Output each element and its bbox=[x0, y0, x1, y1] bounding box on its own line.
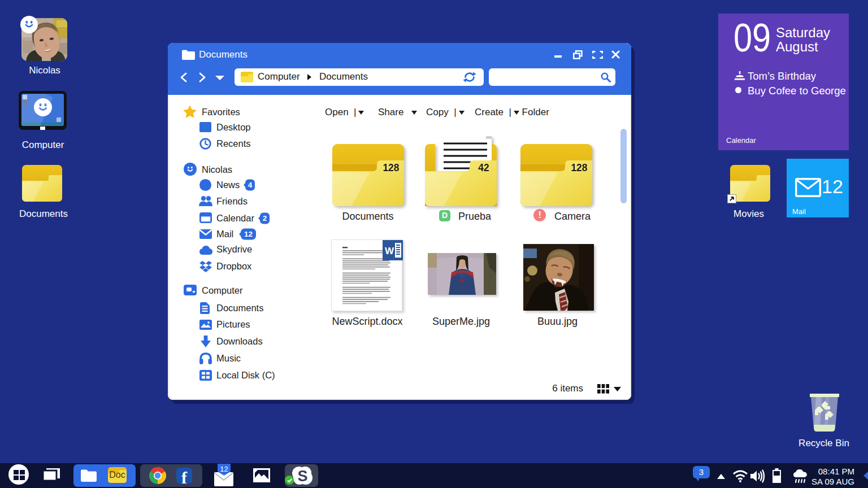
svg-text:2: 2 bbox=[263, 214, 267, 223]
svg-text:S: S bbox=[297, 468, 307, 485]
svg-text:W: W bbox=[385, 246, 394, 256]
svg-text:12: 12 bbox=[244, 230, 253, 238]
svg-text:42: 42 bbox=[478, 162, 489, 173]
svg-text:128: 128 bbox=[571, 162, 587, 173]
svg-text:4: 4 bbox=[248, 181, 253, 189]
svg-text:128: 128 bbox=[383, 162, 399, 173]
svg-text:12: 12 bbox=[220, 465, 228, 473]
